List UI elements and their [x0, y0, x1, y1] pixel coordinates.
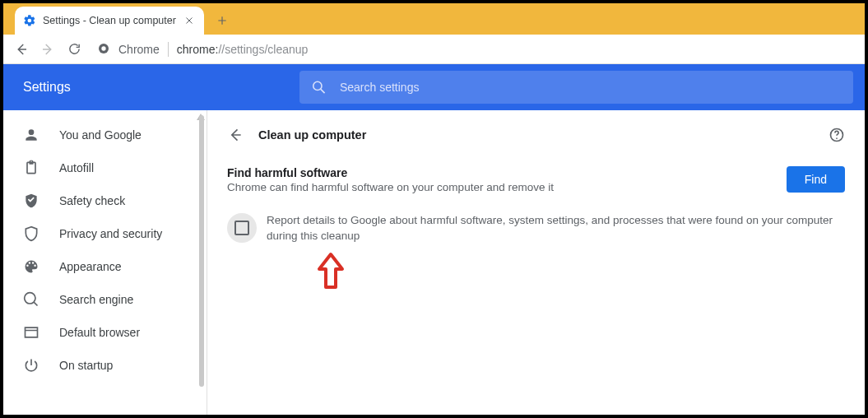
sidebar-item-you-and-google[interactable]: You and Google: [3, 118, 207, 151]
reload-button[interactable]: [63, 38, 86, 61]
shield-icon: [23, 225, 39, 242]
search-icon: [311, 79, 327, 95]
sidebar: You and Google Autofill Safety check Pri…: [3, 110, 207, 415]
tab-title: Settings - Clean up computer: [43, 15, 176, 26]
palette-icon: [23, 258, 39, 275]
gear-icon: [23, 14, 36, 27]
address-bar[interactable]: Chrome chrome://settings/cleanup: [89, 42, 858, 57]
help-icon[interactable]: [829, 127, 845, 143]
report-text: Report details to Google about harmful s…: [267, 213, 845, 244]
svg-point-2: [313, 81, 322, 90]
browser-toolbar: Chrome chrome://settings/cleanup: [3, 35, 865, 64]
page-title: Clean up computer: [258, 128, 829, 142]
sidebar-item-search-engine[interactable]: Search engine: [3, 283, 207, 316]
main-panel: Clean up computer Find harmful software …: [207, 110, 865, 415]
settings-header: Settings: [3, 64, 865, 110]
sidebar-label: Privacy and security: [59, 227, 162, 240]
sidebar-label: On startup: [59, 359, 113, 372]
clipboard-icon: [23, 160, 39, 176]
sidebar-item-on-startup[interactable]: On startup: [3, 349, 207, 382]
sidebar-item-autofill[interactable]: Autofill: [3, 151, 207, 184]
omnibox-separator: [168, 42, 169, 57]
svg-line-3: [321, 89, 325, 93]
svg-point-6: [836, 137, 838, 139]
scrollbar-thumb[interactable]: [199, 115, 204, 387]
chrome-icon: [97, 42, 112, 57]
settings-title: Settings: [3, 80, 299, 95]
forward-button[interactable]: [36, 38, 59, 61]
search-settings[interactable]: [299, 71, 853, 104]
report-checkbox[interactable]: [227, 213, 257, 243]
sidebar-label: Appearance: [59, 260, 122, 273]
browser-tab[interactable]: Settings - Clean up computer: [15, 7, 204, 35]
sidebar-item-safety-check[interactable]: Safety check: [3, 184, 207, 217]
section-desc: Chrome can find harmful software on your…: [227, 181, 770, 193]
page-header: Clean up computer: [227, 127, 845, 143]
power-icon: [23, 357, 39, 374]
find-button[interactable]: Find: [787, 166, 845, 193]
checkbox-icon: [234, 221, 249, 235]
shield-check-icon: [23, 193, 39, 209]
section-title: Find harmful software: [227, 166, 770, 179]
window-icon: [23, 324, 39, 341]
tab-strip: Settings - Clean up computer: [3, 3, 865, 35]
new-tab-button[interactable]: [211, 9, 234, 32]
back-button[interactable]: [10, 38, 33, 61]
sidebar-item-default-browser[interactable]: Default browser: [3, 316, 207, 349]
omnibox-url: chrome://settings/cleanup: [177, 43, 309, 56]
search-icon: [23, 291, 39, 308]
close-icon[interactable]: [183, 14, 196, 27]
sidebar-item-appearance[interactable]: Appearance: [3, 250, 207, 283]
sidebar-label: Autofill: [59, 161, 94, 174]
sidebar-label: Default browser: [59, 326, 140, 339]
sidebar-item-privacy[interactable]: Privacy and security: [3, 217, 207, 250]
report-row: Report details to Google about harmful s…: [227, 213, 845, 244]
page-back-button[interactable]: [227, 127, 244, 143]
search-input[interactable]: [340, 81, 842, 94]
person-icon: [23, 127, 39, 143]
sidebar-label: Safety check: [59, 194, 125, 207]
sidebar-label: Search engine: [59, 293, 133, 306]
svg-point-1: [101, 46, 105, 50]
omnibox-label: Chrome: [118, 43, 160, 56]
sidebar-label: You and Google: [59, 128, 142, 142]
find-harmful-section: Find harmful software Chrome can find ha…: [227, 166, 845, 193]
content-area: You and Google Autofill Safety check Pri…: [3, 110, 865, 415]
